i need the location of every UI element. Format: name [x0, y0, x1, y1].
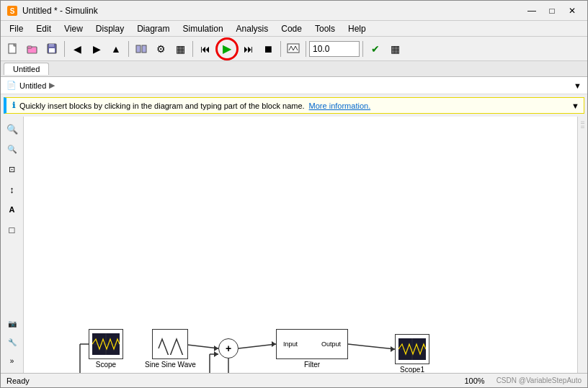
check-button[interactable]: ✔: [366, 40, 385, 58]
filter-block-body: Input Output: [276, 329, 348, 359]
step-forward-button[interactable]: ⏭: [239, 40, 258, 58]
right-label-1: II: [579, 121, 586, 124]
filter-block[interactable]: Input Output Filter: [276, 329, 348, 369]
toolbar-nav-group: ◀ ▶ ▲: [68, 40, 125, 58]
status-text: Ready: [6, 376, 30, 385]
toolbar-scope-group: [284, 40, 303, 58]
app-window: S Untitled * - Simulink — □ ✕ File Edit …: [0, 0, 588, 388]
grid2-button[interactable]: ▦: [386, 40, 404, 58]
library-button[interactable]: [132, 40, 151, 58]
svg-rect-8: [49, 44, 54, 47]
zoom-level: 100%: [465, 376, 485, 385]
scope-block[interactable]: Scope: [89, 329, 123, 369]
app-icon: S: [6, 5, 18, 17]
toolbar-right-group: ✔ ▦: [366, 40, 404, 58]
zoom-in-button[interactable]: 🔍: [3, 119, 22, 138]
window-title: Untitled * - Simulink: [22, 6, 98, 16]
panel-button-2[interactable]: 🔧: [3, 333, 22, 351]
info-link[interactable]: More information.: [309, 101, 371, 110]
text-button[interactable]: A: [3, 200, 22, 219]
filter-labels: Input Output: [280, 340, 344, 348]
breadcrumb-dropdown[interactable]: ▼: [574, 81, 582, 90]
scope1-block[interactable]: Scope1: [395, 334, 429, 373]
minimize-button[interactable]: —: [522, 4, 541, 18]
new-button[interactable]: [4, 40, 22, 58]
save-button[interactable]: [43, 40, 61, 58]
status-bar-right: 100% CSDN @VariableStepAuto: [465, 376, 582, 385]
expand-button[interactable]: »: [3, 351, 22, 370]
filter-output-label: Output: [321, 340, 341, 348]
sum-block[interactable]: +: [218, 338, 239, 358]
menu-simulation[interactable]: Simulation: [177, 22, 229, 35]
sine-wave-block[interactable]: Sine Sine Wave: [145, 329, 196, 369]
play-button[interactable]: ▶: [215, 37, 239, 60]
menu-edit[interactable]: Edit: [30, 22, 57, 35]
stop-button[interactable]: ⏹: [259, 40, 277, 58]
menu-file[interactable]: File: [4, 22, 29, 35]
status-bar: Ready 100% CSDN @VariableStepAuto: [1, 373, 587, 387]
canvas-wrapper: 🔍 🔍 ⊡ ↕ A □ 📷 🔧 »: [1, 117, 587, 373]
filter-label: Filter: [304, 361, 320, 369]
sep2: [128, 41, 129, 57]
maximize-button[interactable]: □: [543, 4, 561, 18]
sep4: [280, 41, 281, 57]
sine-wave-block-body: [152, 329, 188, 359]
forward-button[interactable]: ▶: [87, 40, 106, 58]
menu-analysis[interactable]: Analysis: [231, 22, 275, 35]
scope-screen: [92, 333, 120, 355]
sine-wave-label: Sine Sine Wave: [145, 361, 196, 369]
menu-view[interactable]: View: [58, 22, 89, 35]
menu-bar: File Edit View Display Diagram Simulatio…: [1, 21, 587, 37]
breadcrumb-icon: 📄: [6, 81, 17, 90]
menu-tools[interactable]: Tools: [309, 22, 341, 35]
svg-text:S: S: [10, 7, 15, 15]
sim-time-input[interactable]: [309, 41, 360, 57]
sum-symbol: +: [226, 343, 231, 354]
grid-button[interactable]: ▦: [171, 40, 190, 58]
content-area: 📄 Untitled ▶ ▼ ℹ Quickly insert blocks b…: [1, 77, 587, 373]
svg-rect-9: [136, 45, 141, 53]
scope1-label: Scope1: [400, 366, 424, 373]
toolbar: ◀ ▶ ▲ ⚙ ▦ ⏮ ▶ ⏭ ⏹: [1, 37, 587, 61]
svg-line-25: [348, 344, 395, 349]
breadcrumb-bar: 📄 Untitled ▶ ▼: [1, 77, 587, 94]
info-message: Quickly insert blocks by clicking in the…: [19, 101, 305, 110]
scope-button[interactable]: [284, 40, 303, 58]
tab-untitled[interactable]: Untitled: [4, 63, 49, 75]
up-button[interactable]: ▲: [107, 40, 125, 58]
sep5: [306, 41, 306, 57]
sine-wave-svg: [156, 333, 184, 355]
rect-button[interactable]: □: [3, 220, 22, 239]
close-button[interactable]: ✕: [563, 4, 582, 18]
breadcrumb-arrow: ▶: [49, 81, 55, 90]
menu-code[interactable]: Code: [275, 22, 308, 35]
menu-display[interactable]: Display: [90, 22, 130, 35]
arrow-button[interactable]: ↕: [3, 180, 22, 199]
settings-button[interactable]: ⚙: [151, 40, 170, 58]
open-button[interactable]: [23, 40, 42, 58]
tab-bar: Untitled: [1, 61, 587, 77]
back-button[interactable]: ◀: [68, 40, 86, 58]
canvas-area[interactable]: Scope Sine Sine Wave: [24, 117, 577, 373]
info-close-button[interactable]: ▼: [571, 101, 579, 110]
svg-rect-11: [288, 44, 299, 53]
title-bar-left: S Untitled * - Simulink: [6, 5, 98, 17]
panel-button-1[interactable]: 📷: [3, 314, 22, 333]
breadcrumb-text[interactable]: Untitled: [19, 81, 46, 90]
title-bar: S Untitled * - Simulink — □ ✕: [1, 1, 587, 21]
svg-rect-10: [142, 45, 146, 53]
zoom-out-button[interactable]: 🔍: [3, 140, 22, 158]
menu-help[interactable]: Help: [342, 22, 372, 35]
scope-label: Scope: [96, 361, 116, 369]
right-label-2: II: [579, 125, 586, 128]
right-panel-labels: II II: [579, 119, 586, 130]
right-panel: II II: [577, 117, 587, 373]
info-icon: ℹ: [12, 101, 15, 110]
step-back-button[interactable]: ⏮: [196, 40, 215, 58]
sep1: [64, 41, 65, 57]
menu-diagram[interactable]: Diagram: [131, 22, 175, 35]
left-panel: 🔍 🔍 ⊡ ↕ A □ 📷 🔧 »: [1, 117, 24, 373]
fit-button[interactable]: ⊡: [3, 160, 22, 179]
toolbar-lib-group: ⚙ ▦: [132, 40, 190, 58]
window-controls: — □ ✕: [522, 4, 582, 18]
